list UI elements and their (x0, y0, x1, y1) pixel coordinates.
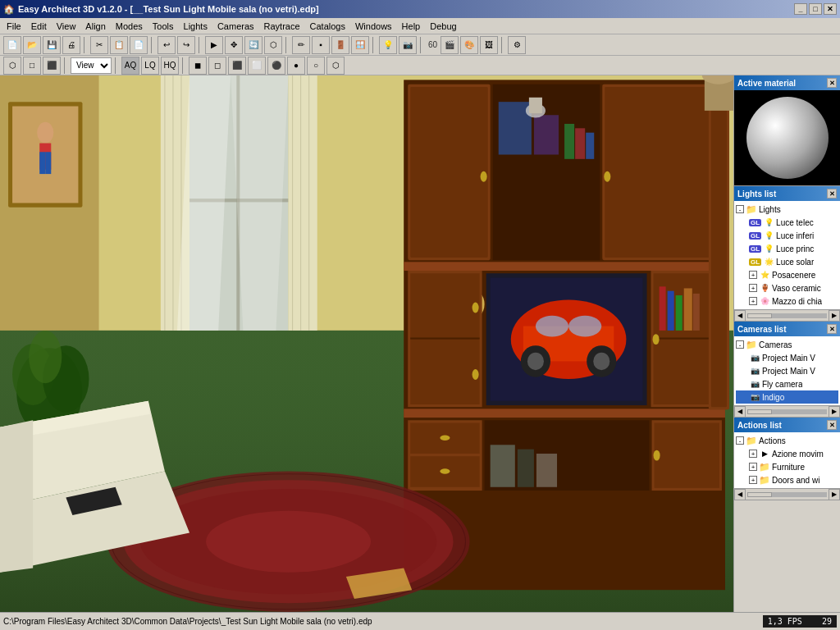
nav6-btn[interactable]: ● (287, 57, 305, 75)
actions-root[interactable]: - 📁 Actions (736, 434, 838, 447)
nav4-btn[interactable]: ⬜ (248, 57, 266, 75)
actions-list-close[interactable]: ✕ (827, 420, 837, 430)
wall-button[interactable]: ▪ (312, 36, 330, 54)
new-button[interactable]: 📄 (3, 36, 21, 54)
minimize-button[interactable]: _ (794, 3, 807, 15)
camera-item-3[interactable]: 📷 Indigo (736, 390, 838, 404)
light-item-2[interactable]: GL 💡 Luce princ (736, 242, 838, 255)
light-item-4[interactable]: + ⭐ Posacenere (736, 268, 838, 281)
camera-item-1[interactable]: 📷 Project Main V (736, 364, 838, 377)
close-button[interactable]: ✕ (824, 3, 837, 15)
settings-button[interactable]: ⚙ (508, 36, 526, 54)
menu-modes[interactable]: Modes (111, 20, 148, 33)
maximize-button[interactable]: □ (809, 3, 822, 15)
camera-button[interactable]: 📷 (399, 36, 417, 54)
action-item-1[interactable]: + 📁 Furniture (736, 460, 838, 473)
cameras-scroll-left[interactable]: ◀ (734, 406, 746, 418)
cameras-expand[interactable]: - (736, 340, 744, 349)
cameras-root[interactable]: - 📁 Cameras (736, 338, 838, 351)
expand-5[interactable]: + (749, 284, 757, 292)
expand-4[interactable]: + (749, 271, 757, 279)
actions-scroll-track[interactable] (747, 492, 827, 497)
menu-lights[interactable]: Lights (179, 20, 212, 33)
menu-tools[interactable]: Tools (148, 20, 179, 33)
light-button[interactable]: 💡 (379, 36, 397, 54)
copy-button[interactable]: 📋 (110, 36, 128, 54)
window-button[interactable]: 🪟 (351, 36, 369, 54)
svg-rect-84 (536, 454, 557, 487)
lights-expand[interactable]: - (736, 205, 744, 213)
print-button[interactable]: 🖨 (62, 36, 80, 54)
nav5-btn[interactable]: ⚫ (267, 57, 285, 75)
actions-scroll-thumb[interactable] (747, 492, 772, 497)
redo-button[interactable]: ↪ (177, 36, 195, 54)
menu-help[interactable]: Help (397, 20, 426, 33)
cameras-scroll-right[interactable]: ▶ (829, 406, 840, 418)
menu-cameras[interactable]: Cameras (212, 20, 259, 33)
lq-button[interactable]: LQ (141, 57, 159, 75)
3d-viewport[interactable] (0, 75, 733, 612)
3d-view-btn[interactable]: ⬡ (3, 57, 21, 75)
lights-scroll-right[interactable]: ▶ (829, 310, 840, 322)
lights-root[interactable]: - 📁 Lights (736, 203, 838, 216)
menu-align[interactable]: Align (80, 20, 110, 33)
nav8-btn[interactable]: ⬡ (326, 57, 345, 75)
light-item-5[interactable]: + 🏺 Vaso ceramic (736, 281, 838, 294)
material-button[interactable]: 🎨 (460, 36, 478, 54)
move-button[interactable]: ✥ (225, 36, 243, 54)
actions-scroll-right[interactable]: ▶ (829, 489, 840, 500)
action-expand-1[interactable]: + (749, 463, 757, 471)
aq-button[interactable]: AQ (121, 57, 139, 75)
active-material-close[interactable]: ✕ (827, 78, 837, 88)
render-button[interactable]: 🎬 (441, 36, 459, 54)
cameras-scroll-thumb[interactable] (747, 409, 772, 414)
light-item-0[interactable]: GL 💡 Luce telec (736, 216, 838, 229)
titlebar-controls[interactable]: _ □ ✕ (794, 3, 837, 15)
lights-scroll-track[interactable] (747, 313, 827, 318)
menu-catalogs[interactable]: Catalogs (305, 20, 350, 33)
menu-file[interactable]: File (2, 20, 26, 33)
door-button[interactable]: 🚪 (331, 36, 349, 54)
nav3-btn[interactable]: ⬛ (228, 57, 246, 75)
open-button[interactable]: 📂 (23, 36, 41, 54)
lights-list-close[interactable]: ✕ (827, 189, 837, 199)
light-item-6[interactable]: + 🌸 Mazzo di chia (736, 294, 838, 308)
action-expand-0[interactable]: + (749, 450, 757, 458)
cameras-list-close[interactable]: ✕ (827, 324, 837, 334)
paste-button[interactable]: 📄 (130, 36, 148, 54)
view-select[interactable]: View Top Front Side (71, 57, 112, 74)
light-item-1[interactable]: GL 💡 Luce inferi (736, 229, 838, 242)
action-item-0[interactable]: + ▶ Azione movim (736, 447, 838, 460)
lights-scroll-thumb[interactable] (747, 313, 772, 318)
statusbar: C:\Program Files\Easy Architect 3D\Commo… (0, 612, 840, 630)
nav1-btn[interactable]: ◼ (189, 57, 207, 75)
top-view-btn[interactable]: □ (23, 57, 41, 75)
save-button[interactable]: 💾 (43, 36, 61, 54)
menu-edit[interactable]: Edit (26, 20, 52, 33)
menu-debug[interactable]: Debug (425, 20, 461, 33)
expand-6[interactable]: + (749, 297, 757, 305)
draw-button[interactable]: ✏ (292, 36, 310, 54)
light-item-3[interactable]: GL 🌟 Luce solar (736, 255, 838, 268)
menu-windows[interactable]: Windows (350, 20, 397, 33)
cut-button[interactable]: ✂ (90, 36, 108, 54)
undo-button[interactable]: ↩ (158, 36, 176, 54)
hq-button[interactable]: HQ (161, 57, 179, 75)
cameras-scroll-track[interactable] (747, 409, 827, 414)
menu-raytrace[interactable]: Raytrace (259, 20, 305, 33)
actions-expand[interactable]: - (736, 436, 744, 445)
nav7-btn[interactable]: ○ (307, 57, 325, 75)
select-button[interactable]: ▶ (205, 36, 223, 54)
camera-item-0[interactable]: 📷 Project Main V (736, 351, 838, 364)
camera-item-2[interactable]: 📷 Fly camera (736, 377, 838, 390)
front-view-btn[interactable]: ⬛ (43, 57, 61, 75)
menu-view[interactable]: View (52, 20, 81, 33)
texture-button[interactable]: 🖼 (480, 36, 498, 54)
lights-scroll-left[interactable]: ◀ (734, 310, 746, 322)
actions-scroll-left[interactable]: ◀ (734, 489, 746, 500)
scale-button[interactable]: ⬡ (264, 36, 282, 54)
action-item-2[interactable]: + 📁 Doors and wi (736, 473, 838, 486)
rotate-button[interactable]: 🔄 (244, 36, 262, 54)
nav2-btn[interactable]: ◻ (208, 57, 226, 75)
action-expand-2[interactable]: + (749, 476, 757, 484)
